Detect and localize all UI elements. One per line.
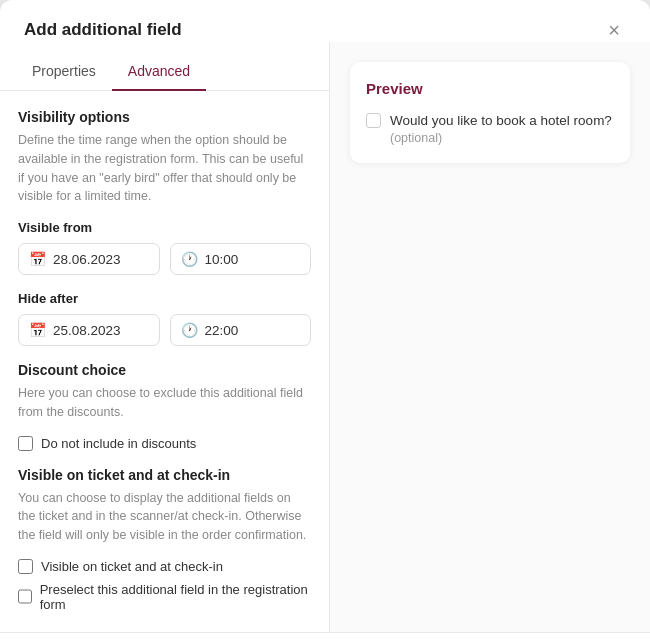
hide-after-date-input[interactable]: 📅 25.08.2023 <box>18 314 160 346</box>
preview-box: Preview Would you like to book a hotel r… <box>350 62 630 163</box>
modal-body: Properties Advanced Visibility options D… <box>0 42 650 632</box>
visibility-options-section: Visibility options Define the time range… <box>18 109 311 206</box>
modal-footer: Cancel Previous Create <box>0 632 650 643</box>
visibility-options-title: Visibility options <box>18 109 311 125</box>
visible-from-row: 📅 28.06.2023 🕐 10:00 <box>18 243 311 275</box>
visible-on-ticket-desc: You can choose to display the additional… <box>18 489 311 545</box>
visible-from-label: Visible from <box>18 220 311 235</box>
left-panel: Properties Advanced Visibility options D… <box>0 42 330 632</box>
calendar-icon: 📅 <box>29 251 46 267</box>
visibility-options-desc: Define the time range when the option sh… <box>18 131 311 206</box>
tabs-container: Properties Advanced <box>0 52 329 91</box>
preview-field-content: Would you like to book a hotel room? (op… <box>390 111 612 145</box>
hide-after-field: Hide after 📅 25.08.2023 🕐 22:00 <box>18 291 311 346</box>
modal: Add additional field × Properties Advanc… <box>0 0 650 643</box>
visible-on-ticket-checkbox-row: Visible on ticket and at check-in <box>18 559 311 574</box>
preview-checkbox-icon <box>366 113 381 128</box>
discount-checkbox[interactable] <box>18 436 33 451</box>
hide-after-row: 📅 25.08.2023 🕐 22:00 <box>18 314 311 346</box>
calendar-icon-2: 📅 <box>29 322 46 338</box>
visible-from-time-input[interactable]: 🕐 10:00 <box>170 243 312 275</box>
discount-choice-title: Discount choice <box>18 362 311 378</box>
discount-choice-desc: Here you can choose to exclude this addi… <box>18 384 311 422</box>
right-panel: Preview Would you like to book a hotel r… <box>330 42 650 632</box>
preselect-checkbox-label: Preselect this additional field in the r… <box>40 582 311 612</box>
visible-on-ticket-section: Visible on ticket and at check-in You ca… <box>18 467 311 612</box>
visible-from-date-input[interactable]: 📅 28.06.2023 <box>18 243 160 275</box>
preselect-checkbox-row: Preselect this additional field in the r… <box>18 582 311 612</box>
preselect-checkbox[interactable] <box>18 589 32 604</box>
hide-after-date-value: 25.08.2023 <box>53 323 121 338</box>
tab-advanced[interactable]: Advanced <box>112 53 206 91</box>
discount-checkbox-label: Do not include in discounts <box>41 436 196 451</box>
visible-from-time-value: 10:00 <box>205 252 239 267</box>
preview-field: Would you like to book a hotel room? (op… <box>366 111 614 145</box>
visible-on-ticket-checkbox-label: Visible on ticket and at check-in <box>41 559 223 574</box>
clock-icon: 🕐 <box>181 251 198 267</box>
visible-on-ticket-title: Visible on ticket and at check-in <box>18 467 311 483</box>
preview-title: Preview <box>366 80 614 97</box>
visible-from-field: Visible from 📅 28.06.2023 🕐 10:00 <box>18 220 311 275</box>
hide-after-label: Hide after <box>18 291 311 306</box>
visible-on-ticket-checkbox[interactable] <box>18 559 33 574</box>
tab-properties[interactable]: Properties <box>16 53 112 91</box>
hide-after-time-value: 22:00 <box>205 323 239 338</box>
preview-field-text: Would you like to book a hotel room? <box>390 111 612 131</box>
close-button[interactable]: × <box>602 18 626 42</box>
modal-title: Add additional field <box>24 20 182 40</box>
clock-icon-2: 🕐 <box>181 322 198 338</box>
modal-header: Add additional field × <box>0 0 650 42</box>
discount-checkbox-row: Do not include in discounts <box>18 436 311 451</box>
discount-choice-section: Discount choice Here you can choose to e… <box>18 362 311 451</box>
advanced-tab-content: Visibility options Define the time range… <box>0 91 329 632</box>
visible-from-date-value: 28.06.2023 <box>53 252 121 267</box>
hide-after-time-input[interactable]: 🕐 22:00 <box>170 314 312 346</box>
preview-optional-text: (optional) <box>390 131 612 145</box>
